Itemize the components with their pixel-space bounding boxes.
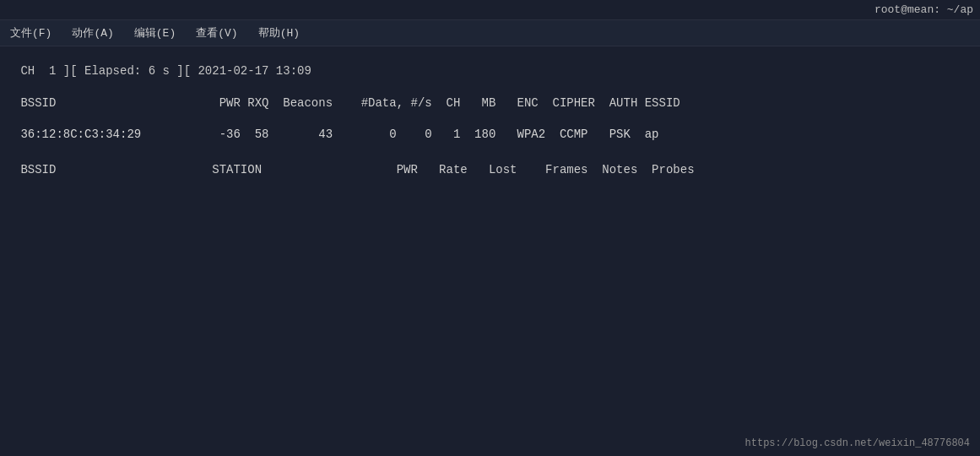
menu-edit[interactable]: 编辑(E) — [131, 24, 179, 42]
menu-help[interactable]: 帮助(H) — [255, 24, 303, 42]
menu-file[interactable]: 文件(F) — [7, 24, 55, 42]
menu-view[interactable]: 查看(V) — [192, 24, 241, 42]
menu-action[interactable]: 动作(A) — [68, 24, 116, 42]
terminal-content: CH 1 ][ Elapsed: 6 s ][ 2021-02-17 13:09… — [0, 46, 980, 188]
title-bar: root@mean: ~/ap — [0, 0, 980, 20]
footer-link: https://blog.csdn.net/weixin_48776804 — [745, 437, 970, 449]
station-table-header: BSSID STATION PWR Rate Lost Frames Notes… — [14, 160, 966, 179]
status-line: CH 1 ][ Elapsed: 6 s ][ 2021-02-17 13:09 — [14, 62, 966, 80]
ap-table-row: 36:12:8C:C3:34:29 -36 58 43 0 0 1 180 WP… — [14, 125, 966, 144]
ap-table-header: BSSID PWR RXQ Beacons #Data, #/s CH MB E… — [14, 94, 966, 112]
menu-bar: 文件(F) 动作(A) 编辑(E) 查看(V) 帮助(H) — [0, 20, 980, 46]
title-bar-right: root@mean: ~/ap — [874, 3, 973, 16]
